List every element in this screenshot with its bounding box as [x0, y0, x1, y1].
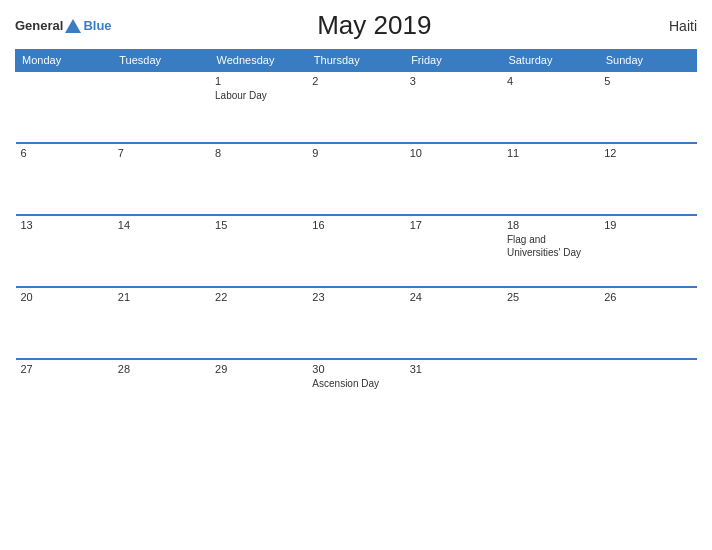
day-number: 2 — [312, 75, 399, 87]
holiday-name: Flag and Universities' Day — [507, 233, 594, 259]
weekday-header-row: Monday Tuesday Wednesday Thursday Friday… — [16, 50, 697, 72]
calendar-cell: 24 — [405, 287, 502, 359]
day-number: 8 — [215, 147, 302, 159]
calendar-cell: 2 — [307, 71, 404, 143]
day-number: 27 — [21, 363, 108, 375]
calendar-cell: 9 — [307, 143, 404, 215]
header-tuesday: Tuesday — [113, 50, 210, 72]
calendar-cell: 23 — [307, 287, 404, 359]
calendar-cell: 28 — [113, 359, 210, 431]
calendar-cell: 18Flag and Universities' Day — [502, 215, 599, 287]
calendar-cell: 22 — [210, 287, 307, 359]
calendar-cell: 29 — [210, 359, 307, 431]
calendar-cell: 6 — [16, 143, 113, 215]
header-thursday: Thursday — [307, 50, 404, 72]
day-number: 10 — [410, 147, 497, 159]
day-number: 1 — [215, 75, 302, 87]
day-number: 22 — [215, 291, 302, 303]
calendar-week-row: 20212223242526 — [16, 287, 697, 359]
calendar-week-row: 131415161718Flag and Universities' Day19 — [16, 215, 697, 287]
calendar-header: Monday Tuesday Wednesday Thursday Friday… — [16, 50, 697, 72]
day-number: 7 — [118, 147, 205, 159]
day-number: 4 — [507, 75, 594, 87]
calendar-cell: 5 — [599, 71, 696, 143]
day-number: 28 — [118, 363, 205, 375]
calendar-cell: 25 — [502, 287, 599, 359]
calendar-cell: 26 — [599, 287, 696, 359]
holiday-name: Ascension Day — [312, 377, 399, 390]
day-number: 20 — [21, 291, 108, 303]
logo-blue-text: Blue — [83, 18, 111, 33]
calendar-cell: 19 — [599, 215, 696, 287]
header-friday: Friday — [405, 50, 502, 72]
calendar-table: Monday Tuesday Wednesday Thursday Friday… — [15, 49, 697, 431]
calendar-cell: 21 — [113, 287, 210, 359]
calendar-week-row: 6789101112 — [16, 143, 697, 215]
day-number: 31 — [410, 363, 497, 375]
calendar-cell: 15 — [210, 215, 307, 287]
day-number: 15 — [215, 219, 302, 231]
calendar-cell: 30Ascension Day — [307, 359, 404, 431]
calendar-cell — [113, 71, 210, 143]
calendar-cell — [502, 359, 599, 431]
day-number: 3 — [410, 75, 497, 87]
calendar-week-row: 1Labour Day2345 — [16, 71, 697, 143]
day-number: 21 — [118, 291, 205, 303]
calendar-cell: 13 — [16, 215, 113, 287]
calendar-cell: 8 — [210, 143, 307, 215]
day-number: 11 — [507, 147, 594, 159]
day-number: 9 — [312, 147, 399, 159]
calendar-cell: 7 — [113, 143, 210, 215]
day-number: 29 — [215, 363, 302, 375]
calendar-cell — [599, 359, 696, 431]
calendar-cell: 4 — [502, 71, 599, 143]
calendar-cell: 10 — [405, 143, 502, 215]
logo-triangle-icon — [65, 19, 81, 33]
day-number: 25 — [507, 291, 594, 303]
calendar-body: 1Labour Day23456789101112131415161718Fla… — [16, 71, 697, 431]
day-number: 6 — [21, 147, 108, 159]
day-number: 17 — [410, 219, 497, 231]
header-sunday: Sunday — [599, 50, 696, 72]
calendar-cell: 31 — [405, 359, 502, 431]
day-number: 5 — [604, 75, 691, 87]
day-number: 14 — [118, 219, 205, 231]
country-name: Haiti — [637, 18, 697, 34]
calendar-page: General Blue May 2019 Haiti Monday Tuesd… — [0, 0, 712, 550]
calendar-cell: 11 — [502, 143, 599, 215]
day-number: 16 — [312, 219, 399, 231]
header: General Blue May 2019 Haiti — [15, 10, 697, 41]
day-number: 24 — [410, 291, 497, 303]
calendar-cell: 3 — [405, 71, 502, 143]
logo-general-text: General — [15, 18, 63, 33]
calendar-cell: 1Labour Day — [210, 71, 307, 143]
day-number: 26 — [604, 291, 691, 303]
day-number: 12 — [604, 147, 691, 159]
calendar-title: May 2019 — [112, 10, 637, 41]
calendar-week-row: 27282930Ascension Day31 — [16, 359, 697, 431]
calendar-cell: 20 — [16, 287, 113, 359]
holiday-name: Labour Day — [215, 89, 302, 102]
day-number: 18 — [507, 219, 594, 231]
calendar-cell: 17 — [405, 215, 502, 287]
calendar-cell: 12 — [599, 143, 696, 215]
day-number: 19 — [604, 219, 691, 231]
calendar-cell: 14 — [113, 215, 210, 287]
header-wednesday: Wednesday — [210, 50, 307, 72]
day-number: 30 — [312, 363, 399, 375]
calendar-cell: 16 — [307, 215, 404, 287]
calendar-cell — [16, 71, 113, 143]
calendar-cell: 27 — [16, 359, 113, 431]
header-saturday: Saturday — [502, 50, 599, 72]
day-number: 13 — [21, 219, 108, 231]
header-monday: Monday — [16, 50, 113, 72]
logo: General Blue — [15, 18, 112, 33]
day-number: 23 — [312, 291, 399, 303]
